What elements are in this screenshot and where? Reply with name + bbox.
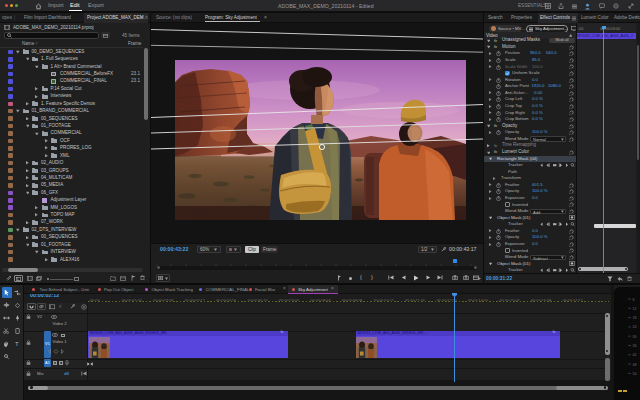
svg-text:6: 6 — [633, 298, 635, 302]
svg-text:48: 48 — [633, 363, 637, 367]
svg-text:30: 30 — [633, 335, 637, 339]
svg-text:18: 18 — [633, 316, 637, 320]
svg-text:42: 42 — [633, 353, 637, 357]
svg-text:24: 24 — [633, 325, 637, 329]
svg-text:12: 12 — [633, 307, 637, 311]
svg-text:36: 36 — [633, 344, 637, 348]
svg-text:54: 54 — [633, 372, 637, 376]
